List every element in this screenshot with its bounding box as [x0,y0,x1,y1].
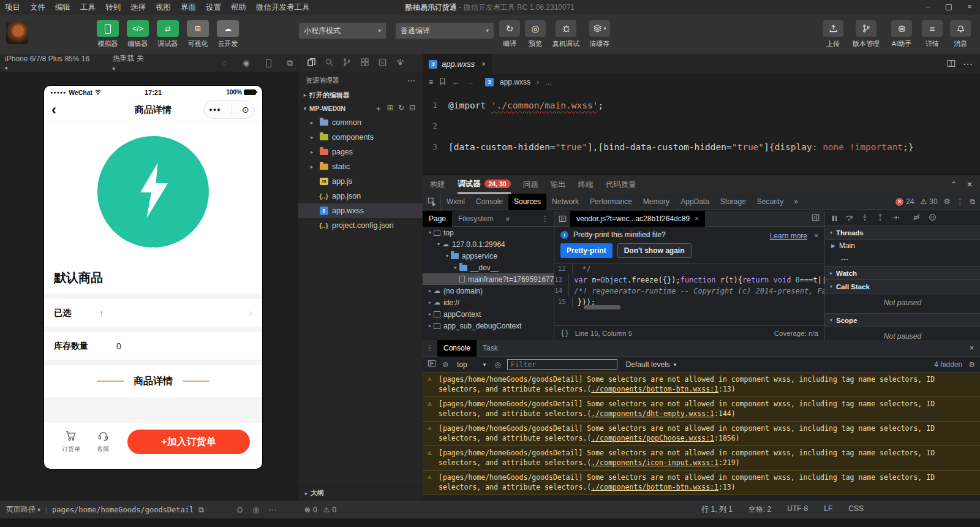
mode-select[interactable]: 小程序模式 ▾ [299,23,386,39]
warning-count[interactable]: ⚠30 [921,197,938,206]
close-panel-icon[interactable]: ✕ [967,180,973,189]
selected-row[interactable]: 已选 ↑ › [44,299,262,327]
source-tree-item[interactable]: ▾☁127.0.0.1:29964 [423,238,554,250]
tree-item-pages[interactable]: ▸pages [298,145,423,159]
outline-section[interactable]: ▸大纲 [298,486,423,499]
vendor-code[interactable]: 12 */13var n=Object.freeze({});function … [554,264,824,325]
kebab-menu-icon[interactable]: ⋮ [956,197,963,206]
problems-errors[interactable]: ⊗ 0 [304,506,317,514]
settings-gear-icon[interactable]: ⚙ [944,197,951,206]
more-icon[interactable]: ⋯ [963,58,973,70]
tab-console[interactable]: Console [437,340,477,357]
step-over-icon[interactable] [845,214,853,223]
source-tree-item[interactable]: ▸__dev__ [423,262,554,273]
tree-item-static[interactable]: ▸static [298,159,423,174]
kebab-menu-icon[interactable]: ⋮ [541,214,554,223]
menu-item[interactable]: 帮助 [226,3,251,12]
devtools-tab-Sources[interactable]: Sources [508,194,546,210]
menu-item[interactable]: 转到 [100,3,126,12]
bookmark-icon[interactable] [439,77,446,87]
tree-item-components[interactable]: ▸components [298,130,423,145]
eye-icon[interactable]: ◎ [494,360,500,369]
tab-overflow-icon[interactable] [812,214,824,223]
editor-toggle-button[interactable]: </> 编辑器 [126,20,150,48]
target-icon[interactable]: ◎ [252,506,258,514]
watch-section[interactable]: ▸Watch [825,267,980,280]
navigator-toggle-icon[interactable] [554,215,570,222]
back-arrow-icon[interactable]: ← [452,78,460,87]
git-branch-icon[interactable] [342,58,352,69]
menu-item[interactable]: 界面 [176,3,201,12]
refresh-icon[interactable]: ↻ [398,104,404,114]
source-link[interactable]: ./components/bottom-btn.wxss:1 [591,385,718,393]
code-line[interactable]: 14/*! regenerator-runtime -- Copyright (… [554,286,824,297]
tab-page[interactable]: Page [423,211,452,227]
customer-service-button[interactable]: 客服 [87,430,119,453]
debugger-toggle-button[interactable]: ⇄ 调试器 [156,20,180,48]
split-editor-icon[interactable] [947,59,956,70]
debugger-tab-调试器[interactable]: 调试器24, 30 [458,175,511,194]
menu-item[interactable]: 选择 [126,3,151,12]
debugger-tab-问题[interactable]: 问题 [523,175,538,194]
new-file-icon[interactable]: ＋ [375,104,382,114]
status-item[interactable]: 空格: 2 [748,504,771,515]
debugger-tab-终端[interactable]: 终端 [578,175,594,194]
outline-list-icon[interactable]: ≡ [429,78,433,86]
source-link[interactable]: ./components/bottom-btn.wxss:1 [591,483,718,491]
version-control-button[interactable]: 版本管理 [850,20,882,48]
tree-item-common[interactable]: ▸common [298,115,423,130]
source-tree-item[interactable]: ▾appservice [423,250,554,262]
preview-button[interactable]: ◎ 预览 [524,20,546,48]
avatar[interactable] [6,22,28,44]
dont-show-again-button[interactable]: Don't show again [617,243,692,258]
devtools-tab-Storage[interactable]: Storage [715,194,752,210]
file-tab-vendor-js[interactable]: vendor.js?t=wec...ac28b1f264dc89 × [570,211,705,227]
code-lines[interactable]: 1@import './common/main.wxss';23[data-cu… [423,90,980,157]
tab-task[interactable]: Task [477,340,504,357]
editor-tab-app-wxss[interactable]: 3 app.wxss × [423,54,492,74]
extensions-icon[interactable] [360,58,369,69]
menu-item[interactable]: 微信开发者工具 [251,3,315,12]
devtools-tab-Wxml[interactable]: Wxml [441,194,470,210]
status-item[interactable]: 行 1, 列 1 [701,504,733,515]
order-list-button[interactable]: 订货单 [55,430,87,453]
record-icon[interactable]: ◉ [243,58,249,67]
tab-filesystem[interactable]: Filesystem [452,211,499,227]
simulator-toggle-button[interactable]: 模拟器 [96,20,120,48]
problems-warnings[interactable]: ⚠ 0 [323,506,336,514]
menu-item[interactable]: 项目 [0,3,25,12]
more-tabs-icon[interactable]: » [789,197,803,206]
source-link[interactable]: ./components/popChoose.wxss:1 [591,434,714,442]
status-item[interactable]: LF [824,504,832,515]
console-sidebar-icon[interactable] [428,360,436,369]
pause-on-exceptions-icon[interactable] [929,213,937,223]
menu-item[interactable]: 文件 [25,3,50,12]
code-line[interactable]: 12 */ [554,264,824,275]
menu-item[interactable]: 编辑 [50,3,75,12]
compile-condition-icon[interactable]: ⛭ [237,506,243,514]
clear-console-icon[interactable]: ⊘ [442,360,448,369]
console-settings-gear-icon[interactable]: ⚙ [968,360,975,369]
code-line[interactable]: 3[data-custom-hidden="true"],[bind-data-… [423,137,980,157]
device-frame-icon[interactable] [266,58,271,68]
files-icon[interactable] [307,58,316,69]
code-line[interactable]: 2 [423,116,980,137]
compile-mode-select[interactable]: 普通编译 ▾ [396,23,494,39]
close-banner-icon[interactable]: × [814,232,818,240]
hot-reload-toggle[interactable]: 热重载 关 ▾ [113,53,149,72]
scope-section[interactable]: ▾Scope [825,314,980,327]
device-debug-button[interactable]: 真机调试 [550,20,582,48]
copy-icon[interactable]: ⧉ [198,506,204,514]
search-icon[interactable] [325,58,334,69]
learn-more-link[interactable]: Learn more [770,232,807,240]
tree-item-project.config.json[interactable]: {..}project.config.json [298,218,423,233]
collapse-panel-icon[interactable]: ⌃ [951,180,957,189]
source-tree-item[interactable]: ▸☁ide:// [423,297,554,308]
debugger-tab-构建[interactable]: 构建 [430,175,445,194]
step-icon[interactable] [892,214,900,223]
visualize-toggle-button[interactable]: ⊞ 可视化 [186,20,210,48]
status-item[interactable]: UTF-8 [787,504,808,515]
code-line[interactable]: 1@import './common/main.wxss'; [423,95,980,116]
braces-icon[interactable]: {} [560,329,569,338]
levels-select[interactable]: Default levels▾ [624,360,679,369]
